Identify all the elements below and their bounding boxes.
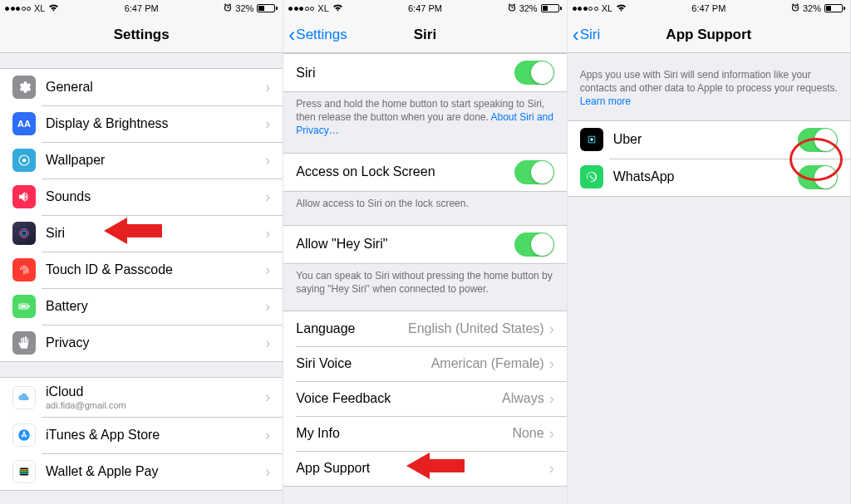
icloud-sub: adi.fida@gmail.com — [46, 400, 265, 410]
svg-point-8 — [22, 231, 27, 236]
siri-icon — [12, 222, 36, 245]
svg-rect-14 — [20, 469, 29, 471]
switch-toggle[interactable] — [514, 232, 554, 257]
screen-settings: XL 6:47 PM 32% Settings General › AA Dis… — [0, 0, 283, 504]
alarm-icon — [508, 3, 516, 13]
icloud-label: iCloud — [46, 384, 265, 399]
row-label: Privacy — [46, 335, 265, 350]
row-lockscreen-toggle[interactable]: Access on Lock Screen — [283, 154, 566, 191]
svg-line-28 — [797, 4, 799, 5]
alarm-icon — [224, 3, 232, 13]
row-label: Sounds — [46, 189, 265, 204]
sounds-icon — [12, 185, 36, 208]
row-label: Siri Voice — [296, 356, 430, 371]
row-privacy[interactable]: Privacy › — [0, 325, 283, 361]
navbar: ‹ Settings Siri — [283, 17, 566, 53]
carrier-label: XL — [317, 3, 328, 13]
chevron-right-icon: › — [549, 390, 554, 408]
row-voice[interactable]: Siri Voice American (Female) › — [283, 346, 566, 381]
chevron-right-icon: › — [265, 427, 270, 444]
svg-line-4 — [229, 4, 231, 5]
battery-percent: 32% — [803, 3, 821, 13]
battery-icon — [257, 4, 278, 12]
appstore-icon — [12, 423, 36, 447]
row-feedback[interactable]: Voice Feedback Always › — [283, 381, 566, 416]
row-uber[interactable]: Uber — [568, 121, 850, 159]
svg-line-3 — [224, 4, 226, 5]
chevron-right-icon: › — [549, 321, 554, 338]
svg-line-22 — [514, 4, 515, 5]
svg-line-27 — [792, 4, 794, 5]
siri-content[interactable]: Siri Press and hold the home button to s… — [283, 53, 566, 504]
battery-icon — [824, 4, 845, 12]
row-wallpaper[interactable]: Wallpaper › — [0, 142, 283, 179]
row-heysiri-toggle[interactable]: Allow "Hey Siri" — [283, 226, 566, 263]
row-language[interactable]: Language English (United States) › — [283, 311, 566, 346]
row-wallet[interactable]: Wallet & Apple Pay › — [0, 453, 283, 490]
row-myinfo[interactable]: My Info None › — [283, 416, 566, 451]
appsupport-content[interactable]: Apps you use with Siri will send informa… — [568, 53, 850, 504]
back-button[interactable]: ‹ Siri — [573, 25, 601, 45]
row-general[interactable]: General › — [0, 69, 283, 105]
row-label: My Info — [296, 426, 512, 441]
row-battery[interactable]: Battery › — [0, 288, 283, 325]
switch-toggle[interactable] — [514, 61, 554, 85]
row-value: None — [512, 426, 544, 441]
wifi-icon — [332, 3, 343, 13]
chevron-left-icon: ‹ — [573, 25, 579, 45]
back-label: Settings — [296, 27, 347, 43]
fingerprint-icon — [12, 258, 36, 281]
wifi-icon — [48, 3, 59, 13]
row-itunes[interactable]: iTunes & App Store › — [0, 417, 283, 453]
row-label: Wallet & Apple Pay — [46, 464, 265, 479]
svg-point-12 — [18, 429, 30, 441]
page-title: App Support — [666, 27, 751, 43]
row-sounds[interactable]: Sounds › — [0, 179, 283, 215]
gear-icon — [12, 76, 36, 99]
learn-more-link[interactable]: Learn more — [580, 95, 631, 107]
row-label: iTunes & App Store — [46, 428, 265, 443]
alarm-icon — [791, 3, 799, 13]
row-display[interactable]: AA Display & Brightness › — [0, 105, 283, 142]
chevron-right-icon: › — [265, 389, 270, 406]
row-label: General — [46, 80, 265, 95]
signal-dots-icon — [573, 7, 598, 11]
chevron-right-icon: › — [265, 152, 270, 169]
row-label: App Support — [296, 461, 548, 476]
page-title: Settings — [114, 27, 170, 43]
row-label: Language — [296, 321, 408, 336]
row-label: Siri — [296, 66, 514, 81]
screen-appsupport: XL 6:47 PM 32% ‹ Siri App Support Apps y… — [568, 0, 851, 504]
footer-text: Allow access to Siri on the lock screen. — [283, 192, 566, 210]
page-title: Siri — [414, 27, 436, 43]
svg-point-7 — [20, 229, 29, 238]
switch-toggle[interactable] — [514, 160, 554, 184]
chevron-right-icon: › — [549, 460, 554, 477]
row-appsupport[interactable]: App Support › — [283, 451, 566, 486]
carrier-label: XL — [602, 3, 612, 13]
row-value: English (United States) — [408, 321, 544, 336]
signal-dots-icon — [5, 7, 31, 11]
settings-content[interactable]: General › AA Display & Brightness › Wall… — [0, 53, 283, 504]
status-bar: XL 6:47 PM 32% — [283, 0, 566, 17]
back-button[interactable]: ‹ Settings — [288, 25, 347, 45]
svg-rect-16 — [20, 473, 29, 475]
chevron-right-icon: › — [265, 335, 270, 352]
row-label: Touch ID & Passcode — [46, 262, 265, 277]
row-whatsapp[interactable]: WhatsApp — [568, 159, 850, 196]
row-touchid[interactable]: Touch ID & Passcode › — [0, 252, 283, 288]
switch-toggle[interactable] — [798, 128, 838, 152]
row-siri[interactable]: Siri › — [0, 215, 283, 252]
row-icloud[interactable]: iCloud adi.fida@gmail.com › — [0, 378, 283, 417]
row-label: Uber — [613, 132, 798, 147]
wifi-icon — [616, 3, 627, 13]
wallpaper-icon — [12, 149, 36, 172]
chevron-right-icon: › — [265, 115, 270, 133]
battery-percent: 32% — [519, 3, 538, 13]
row-label: Wallpaper — [46, 153, 265, 168]
row-label: Siri — [46, 226, 265, 241]
switch-toggle[interactable] — [798, 165, 838, 189]
icloud-icon — [12, 386, 36, 409]
row-siri-toggle[interactable]: Siri — [283, 54, 566, 91]
row-label: Display & Brightness — [46, 116, 265, 131]
